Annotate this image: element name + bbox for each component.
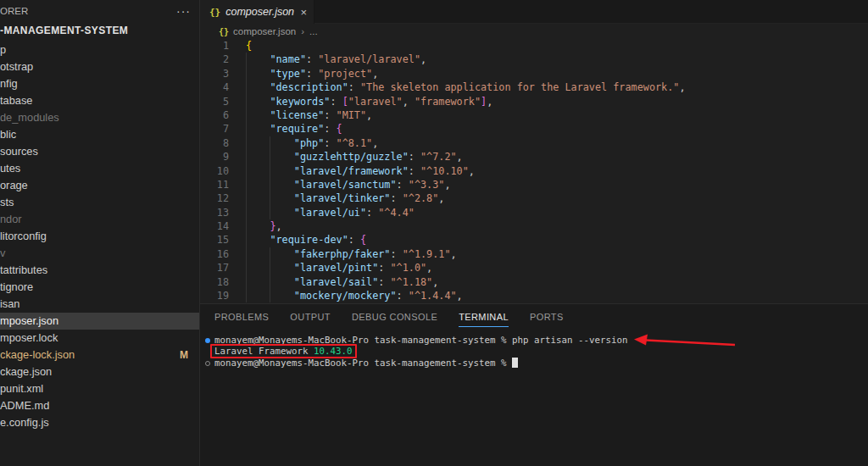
code-line[interactable]: 14}, bbox=[200, 219, 868, 233]
code-line-text: "laravel/ui": "^4.4" bbox=[246, 206, 415, 219]
line-number: 12 bbox=[200, 191, 229, 205]
code-line[interactable]: 10"laravel/framework": "^10.10", bbox=[200, 164, 868, 178]
line-number: 7 bbox=[200, 122, 229, 136]
code-line[interactable]: 1{ bbox=[200, 39, 868, 53]
file-tree-item[interactable]: litorconfig bbox=[0, 228, 199, 245]
file-tree-item[interactable]: tignore bbox=[0, 279, 199, 296]
indent-guide bbox=[246, 150, 270, 164]
code-line[interactable]: 9"guzzlehttp/guzzle": "^7.2", bbox=[200, 150, 868, 164]
indent-guide bbox=[270, 275, 293, 289]
panel-tab-debug-console[interactable]: DEBUG CONSOLE bbox=[352, 312, 437, 326]
terminal-text: Laravel Framework bbox=[214, 346, 314, 357]
file-name: e.config.js bbox=[0, 414, 49, 431]
file-name: ckage.json bbox=[0, 363, 52, 380]
indent-guide bbox=[270, 206, 293, 219]
line-number: 5 bbox=[200, 95, 229, 108]
file-name: v bbox=[0, 245, 5, 262]
bottom-panel: PROBLEMSOUTPUTDEBUG CONSOLETERMINALPORTS… bbox=[200, 303, 868, 466]
file-tree-item[interactable]: v bbox=[0, 245, 199, 262]
code-line-text: "name": "laravel/laravel", bbox=[246, 53, 426, 66]
file-name: nfig bbox=[0, 75, 18, 92]
file-tree-item[interactable]: orage bbox=[0, 177, 199, 194]
code-line[interactable]: 18"laravel/sail": "^1.18", bbox=[200, 275, 868, 289]
code-line[interactable]: 13"laravel/ui": "^4.4" bbox=[200, 206, 868, 219]
indent-guide bbox=[246, 108, 270, 122]
code-line[interactable]: 19"mockery/mockery": "^1.4.4", bbox=[200, 289, 868, 302]
breadcrumb: {} composer.json › ... bbox=[200, 24, 868, 39]
file-name: litorconfig bbox=[0, 228, 47, 245]
file-tree-item[interactable]: isan bbox=[0, 296, 199, 313]
file-tree-item[interactable]: ADME.md bbox=[0, 397, 199, 414]
file-tree-item[interactable]: p bbox=[0, 42, 199, 58]
terminal[interactable]: monayem@Monayems-MacBook-Pro task-manage… bbox=[200, 335, 868, 466]
file-tree-item[interactable]: sources bbox=[0, 143, 199, 160]
file-tree-item[interactable]: ckage.json bbox=[0, 363, 199, 380]
file-tree-item[interactable]: utes bbox=[0, 160, 199, 177]
breadcrumb-file[interactable]: composer.json bbox=[233, 26, 296, 36]
breadcrumb-symbol[interactable]: ... bbox=[309, 26, 318, 36]
file-name: p bbox=[0, 42, 6, 58]
indent-guide bbox=[246, 136, 270, 150]
file-name: tattributes bbox=[0, 262, 47, 279]
explorer-header: ORER ··· bbox=[0, 3, 191, 19]
code-line[interactable]: 5"keywords": ["laravel", "framework"], bbox=[200, 95, 868, 108]
file-name: tignore bbox=[0, 279, 33, 296]
file-tree-item[interactable]: tabase bbox=[0, 92, 199, 109]
file-tree-item[interactable]: ckage-lock.jsonM bbox=[0, 347, 199, 363]
code-line-text: "require-dev": { bbox=[246, 233, 366, 247]
json-file-icon: {} bbox=[209, 7, 220, 18]
file-tree-item[interactable]: mposer.lock bbox=[0, 330, 199, 347]
file-name: isan bbox=[0, 296, 19, 313]
code-line[interactable]: 12"laravel/tinker": "^2.8", bbox=[200, 191, 868, 205]
panel-tab-ports[interactable]: PORTS bbox=[530, 312, 564, 326]
code-area[interactable]: 1{2"name": "laravel/laravel",3"type": "p… bbox=[200, 39, 868, 303]
code-line[interactable]: 2"name": "laravel/laravel", bbox=[200, 53, 868, 66]
line-number: 13 bbox=[200, 206, 229, 219]
code-line[interactable]: 16"fakerphp/faker": "^1.9.1", bbox=[200, 247, 868, 261]
code-line[interactable]: 7"require": { bbox=[200, 122, 868, 136]
annotation-red-box: Laravel Framework 10.43.0 bbox=[210, 344, 357, 358]
more-actions-icon[interactable]: ··· bbox=[176, 4, 191, 18]
tab-composer-json[interactable]: {} composer.json × bbox=[200, 0, 314, 24]
code-line[interactable]: 15"require-dev": { bbox=[200, 233, 868, 247]
file-tree-item[interactable]: nfig bbox=[0, 75, 199, 92]
line-number: 1 bbox=[200, 39, 229, 53]
file-name: ckage-lock.json bbox=[0, 347, 75, 363]
code-line[interactable]: 11"laravel/sanctum": "^3.3", bbox=[200, 178, 868, 191]
tab-close-icon[interactable]: × bbox=[300, 7, 307, 18]
code-line-text: "require": { bbox=[246, 122, 342, 136]
file-tree-item[interactable]: e.config.js bbox=[0, 414, 199, 431]
line-number: 6 bbox=[200, 108, 229, 122]
file-tree-item[interactable]: de_modules bbox=[0, 109, 199, 126]
line-number: 4 bbox=[200, 80, 229, 94]
line-number: 16 bbox=[200, 247, 229, 261]
terminal-line[interactable]: monayem@Monayems-MacBook-Pro task-manage… bbox=[200, 358, 868, 369]
file-tree-item[interactable]: blic bbox=[0, 126, 199, 143]
panel-tab-terminal[interactable]: TERMINAL bbox=[459, 312, 509, 327]
code-line[interactable]: 17"laravel/pint": "^1.0", bbox=[200, 261, 868, 275]
file-tree-item[interactable]: ndor bbox=[0, 211, 199, 228]
panel-tab-output[interactable]: OUTPUT bbox=[290, 312, 331, 326]
code-line[interactable]: 6"license": "MIT", bbox=[200, 108, 868, 122]
breadcrumb-separator-icon: › bbox=[301, 26, 304, 36]
code-line[interactable]: 8"php": "^8.1", bbox=[200, 136, 868, 150]
file-tree-item[interactable]: punit.xml bbox=[0, 380, 199, 397]
indent-guide bbox=[246, 206, 270, 219]
code-line-text: "type": "project", bbox=[246, 67, 378, 80]
terminal-text: 10.43.0 bbox=[314, 346, 353, 357]
file-tree-item[interactable]: sts bbox=[0, 194, 199, 211]
command-decoration-icon bbox=[205, 361, 210, 366]
line-number: 2 bbox=[200, 53, 229, 66]
file-tree-item[interactable]: mposer.json bbox=[0, 313, 199, 330]
file-tree-item[interactable]: otstrap bbox=[0, 58, 199, 75]
file-tree-item[interactable]: tattributes bbox=[0, 262, 199, 279]
panel-tab-problems[interactable]: PROBLEMS bbox=[214, 312, 269, 326]
terminal-line[interactable]: Laravel Framework 10.43.0 bbox=[200, 346, 868, 358]
project-folder-label[interactable]: -MANAGEMENT-SYSTEM bbox=[0, 25, 128, 36]
file-name: de_modules bbox=[0, 109, 59, 126]
code-line-text: "guzzlehttp/guzzle": "^7.2", bbox=[246, 150, 463, 164]
indent-guide bbox=[246, 122, 270, 136]
line-number: 18 bbox=[200, 275, 229, 289]
code-line[interactable]: 4"description": "The skeleton applicatio… bbox=[200, 80, 868, 94]
code-line[interactable]: 3"type": "project", bbox=[200, 67, 868, 80]
